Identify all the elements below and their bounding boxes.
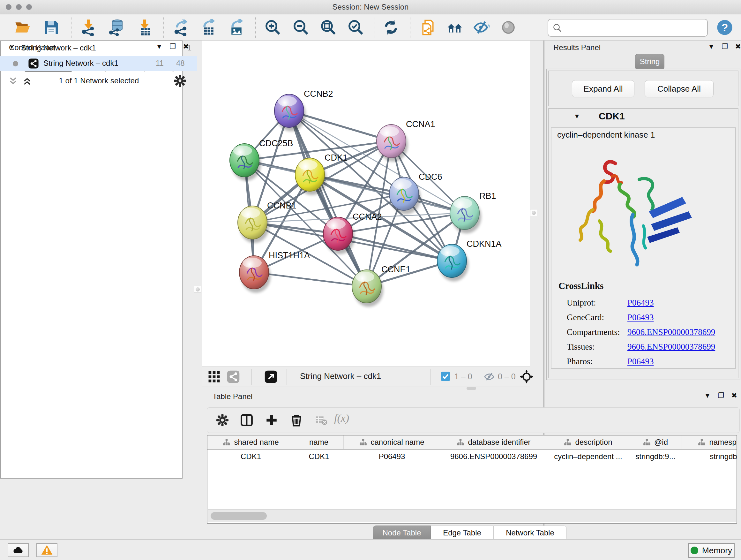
open-session-button[interactable] <box>13 18 32 37</box>
export-table-button[interactable] <box>199 18 218 37</box>
network-tree: ▼ String Network – cdk1 1 String Network… <box>0 41 183 479</box>
node-label-CCNE1: CCNE1 <box>381 265 411 274</box>
export-network-button[interactable] <box>171 18 191 37</box>
refresh-button[interactable] <box>381 18 401 37</box>
float-window-icon[interactable]: ❐ <box>718 391 724 400</box>
column-header-database-identifier[interactable]: database identifier <box>440 435 547 449</box>
node-CCNA2[interactable] <box>323 217 354 254</box>
node-CDKN1A[interactable] <box>437 244 468 281</box>
table-tabs: Node TableEdge TableNetwork Table <box>373 525 567 541</box>
node-CDK1[interactable] <box>295 158 327 195</box>
memory-button[interactable]: Memory <box>688 543 735 558</box>
node-RB1[interactable] <box>450 196 481 233</box>
tab-node-table[interactable]: Node Table <box>373 525 431 541</box>
column-header-shared-name[interactable]: shared name <box>207 435 294 449</box>
warnings-button[interactable] <box>37 543 57 557</box>
import-table-file-button[interactable] <box>135 18 154 37</box>
function-builder-button[interactable]: f(x) <box>334 412 349 424</box>
tab-string[interactable]: String <box>635 54 664 70</box>
float-window-icon[interactable]: ❐ <box>722 43 728 51</box>
network-row-selected[interactable]: String Network – cdk1 11 48 <box>0 56 197 71</box>
fit-content-button[interactable] <box>520 370 534 385</box>
table-cell: stringdb:9... <box>629 449 682 463</box>
window-title: Session: New Session <box>0 3 741 11</box>
float-menu-icon[interactable]: ▼ <box>704 391 711 400</box>
network-selector-text: 1 of 1 Network selected <box>42 76 156 85</box>
crosslink-link[interactable]: 9606.ENSP00000378699 <box>627 342 715 352</box>
delete-table-button[interactable] <box>313 411 330 429</box>
network-type-button[interactable] <box>226 370 240 385</box>
import-network-file-button[interactable] <box>78 18 98 37</box>
table-options-button[interactable] <box>213 411 231 429</box>
crosslink-label: Uniprot: <box>567 298 627 308</box>
gear-icon <box>216 414 229 427</box>
crosslink-link[interactable]: 9606.ENSP00000378699 <box>627 327 715 337</box>
create-column-button[interactable] <box>263 411 280 429</box>
zoom-fit-button[interactable] <box>319 18 338 37</box>
zoom-out-button[interactable] <box>291 18 311 37</box>
import-network-database-button[interactable] <box>107 18 126 37</box>
search-input[interactable] <box>565 21 703 34</box>
selected-nodes-checkbox[interactable] <box>441 371 451 383</box>
cloud-status-button[interactable] <box>8 543 29 557</box>
column-header-label: canonical name <box>370 438 424 447</box>
network-options-button[interactable] <box>174 74 186 88</box>
trash-icon <box>290 414 303 427</box>
help-button[interactable]: ? <box>715 18 735 37</box>
hscrollbar-thumb[interactable] <box>211 512 267 520</box>
collapse-all-networks-button[interactable] <box>8 76 18 87</box>
show-columns-button[interactable] <box>238 411 256 429</box>
collapse-all-button[interactable]: Collapse All <box>645 80 714 98</box>
node-label-CCNA1: CCNA1 <box>406 119 435 129</box>
results-panel-body: Expand All Collapse All ▼ CDK1 cyclin–de… <box>546 69 740 380</box>
hide-selected-button[interactable] <box>472 18 491 37</box>
node-CCNA1[interactable] <box>377 125 408 162</box>
detach-view-button[interactable] <box>264 370 278 385</box>
left-splitter-handle[interactable] <box>194 286 201 293</box>
close-panel-icon[interactable]: ✖ <box>735 43 741 51</box>
birdseye-toggle-button[interactable] <box>207 370 221 385</box>
copy-pages-icon <box>419 19 436 36</box>
network-collection-row[interactable]: ▼ String Network – cdk1 1 <box>0 41 197 56</box>
delete-table-icon <box>315 414 328 427</box>
crosslink-link[interactable]: P06493 <box>627 357 654 367</box>
node-HIST1H1A[interactable] <box>239 256 271 293</box>
show-all-button[interactable] <box>498 18 518 37</box>
network-view[interactable]: CCNB2CCNA1CDC25BCDK1CDC6RB1CCNB1CCNA2CDK… <box>202 41 530 367</box>
column-header-name[interactable]: name <box>294 435 344 449</box>
expand-all-button[interactable]: Expand All <box>572 80 634 98</box>
memory-label: Memory <box>702 546 732 556</box>
table-row[interactable]: CDK1CDK1P064939606.ENSP00000378699cyclin… <box>207 449 737 463</box>
crosslink-row: Pharos:P06493 <box>567 354 733 369</box>
delete-column-button[interactable] <box>287 411 306 429</box>
export-image-button[interactable] <box>226 18 246 37</box>
close-panel-icon[interactable]: ✖ <box>731 391 737 400</box>
node-CCNE1[interactable] <box>352 270 383 307</box>
column-header-namespace[interactable]: namespace <box>682 435 737 449</box>
tab-network-table[interactable]: Network Table <box>493 525 567 541</box>
column-header-canonical-name[interactable]: canonical name <box>344 435 440 449</box>
node-CCNB2[interactable] <box>274 94 306 131</box>
first-neighbors-button[interactable] <box>445 18 465 37</box>
zoom-in-button[interactable] <box>263 18 283 37</box>
collapse-triangle-icon[interactable]: ▼ <box>574 113 580 120</box>
expand-all-networks-button[interactable] <box>22 76 32 87</box>
protein-structure-image[interactable] <box>567 146 708 270</box>
node-CDC25B[interactable] <box>230 144 261 181</box>
crosslink-link[interactable]: P06493 <box>627 313 654 322</box>
footer-separator <box>252 369 252 385</box>
copy-network-button[interactable] <box>418 18 438 37</box>
column-header-description[interactable]: description <box>547 435 629 449</box>
float-menu-icon[interactable]: ▼ <box>708 43 715 51</box>
column-type-icon <box>697 438 706 446</box>
zoom-selected-button[interactable] <box>346 18 366 37</box>
crosslink-link[interactable]: P06493 <box>627 298 654 308</box>
column-type-icon <box>359 438 367 446</box>
right-splitter-handle[interactable] <box>530 209 537 216</box>
tab-edge-table[interactable]: Edge Table <box>431 525 493 541</box>
save-session-button[interactable] <box>42 18 61 37</box>
node-CDC6[interactable] <box>389 177 421 214</box>
collapse-triangle-icon[interactable]: ▼ <box>9 44 15 51</box>
table-panel-controls: ▼ ❐ ✖ <box>704 391 737 400</box>
column-header--id[interactable]: @id <box>629 435 682 449</box>
